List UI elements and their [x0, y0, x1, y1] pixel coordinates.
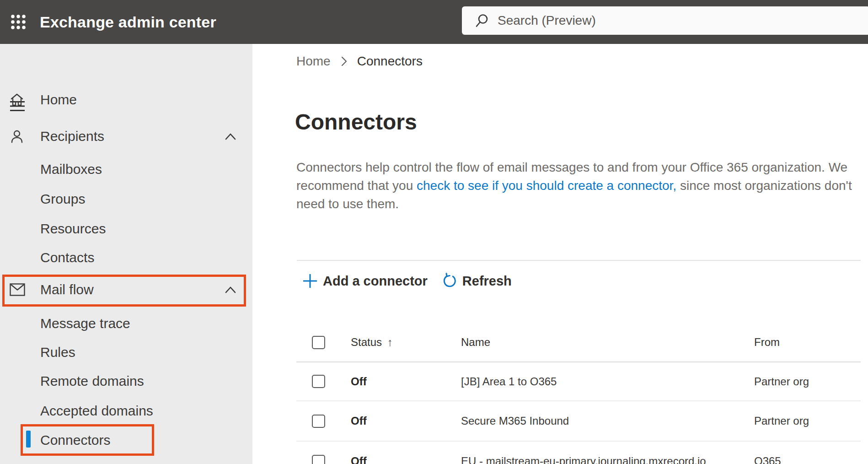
refresh-button[interactable]: Refresh — [441, 270, 512, 292]
row-checkbox-cell — [296, 415, 351, 428]
sidebar-item-label: Contacts — [40, 250, 94, 265]
create-connector-check-link[interactable]: check to see if you should create a conn… — [417, 178, 676, 193]
sidebar-item-mailboxes[interactable]: Mailboxes — [0, 155, 252, 184]
sidebar-item-home[interactable]: Home — [0, 85, 252, 114]
app-launcher-button[interactable] — [6, 10, 30, 34]
row-checkbox[interactable] — [312, 375, 325, 388]
chevron-up-icon[interactable] — [225, 286, 236, 293]
sidebar-item-label: Mailboxes — [40, 162, 102, 177]
sidebar-item-label: Groups — [40, 191, 85, 207]
name-cell[interactable]: EU - mailstream-eu-primary.journaling.mx… — [461, 455, 754, 464]
status-cell: Off — [351, 415, 461, 427]
breadcrumb-home-link[interactable]: Home — [296, 54, 331, 69]
connectors-table: Status ↑ Name From Off [JB] Area 1 to O3… — [296, 323, 861, 464]
sort-ascending-icon: ↑ — [387, 336, 393, 349]
add-connector-button[interactable]: Add a connector — [302, 270, 428, 292]
status-header-label: Status — [351, 336, 382, 349]
row-checkbox-cell — [296, 455, 351, 464]
chevron-up-icon[interactable] — [225, 133, 236, 140]
add-connector-label: Add a connector — [323, 274, 428, 289]
selected-item-indicator — [26, 431, 31, 448]
header-checkbox-cell — [296, 336, 351, 349]
sidebar-item-label: Rules — [40, 345, 75, 360]
refresh-label: Refresh — [462, 274, 512, 289]
column-header-from[interactable]: From — [754, 336, 861, 349]
sidebar-item-message-trace[interactable]: Message trace — [0, 309, 252, 338]
column-header-name[interactable]: Name — [461, 336, 754, 349]
search-icon — [475, 13, 489, 28]
search-box[interactable] — [462, 6, 868, 35]
from-cell: Partner org — [754, 375, 861, 388]
status-cell: Off — [351, 375, 461, 388]
sidebar-item-contacts[interactable]: Contacts — [0, 243, 252, 272]
sidebar-item-connectors[interactable]: Connectors — [0, 426, 252, 455]
breadcrumb-current: Connectors — [357, 54, 423, 69]
page-description: Connectors help control the flow of emai… — [296, 158, 868, 213]
sidebar-item-label: Mail flow — [40, 282, 94, 297]
sidebar: Home Recipients Mailboxes Groups Resourc… — [0, 44, 252, 464]
person-icon — [10, 129, 24, 144]
sidebar-item-label: Resources — [40, 221, 106, 237]
row-checkbox[interactable] — [312, 455, 325, 464]
topbar: Exchange admin center — [0, 0, 868, 44]
row-checkbox[interactable] — [312, 415, 325, 428]
from-cell: Partner org — [754, 415, 861, 427]
plus-icon — [302, 273, 318, 289]
sidebar-item-label: Message trace — [40, 316, 130, 331]
sidebar-item-label: Connectors — [40, 432, 110, 448]
column-header-status[interactable]: Status ↑ — [351, 336, 461, 349]
sidebar-item-label: Recipients — [40, 129, 104, 144]
name-cell[interactable]: Secure M365 Inbound — [461, 415, 754, 427]
sidebar-item-label: Remote domains — [40, 373, 144, 389]
page-title: Connectors — [295, 109, 417, 135]
toolbar-divider — [297, 260, 861, 261]
home-icon — [10, 92, 24, 107]
mail-icon — [10, 283, 25, 296]
sidebar-item-accepted-domains[interactable]: Accepted domains — [0, 396, 252, 426]
sidebar-item-mail-flow[interactable]: Mail flow — [0, 275, 252, 304]
sidebar-item-remote-domains[interactable]: Remote domains — [0, 367, 252, 396]
app-title: Exchange admin center — [40, 0, 216, 44]
sidebar-item-recipients[interactable]: Recipients — [0, 122, 252, 151]
table-row[interactable]: Off EU - mailstream-eu-primary.journalin… — [296, 442, 861, 464]
table-row[interactable]: Off [JB] Area 1 to O365 Partner org — [296, 362, 861, 401]
sidebar-item-label: Accepted domains — [40, 403, 153, 419]
table-header-row: Status ↑ Name From — [296, 323, 861, 362]
toolbar: Add a connector Refresh — [296, 270, 512, 292]
sidebar-item-groups[interactable]: Groups — [0, 184, 252, 214]
waffle-icon — [11, 14, 26, 30]
table-row[interactable]: Off Secure M365 Inbound Partner org — [296, 401, 861, 442]
sidebar-item-label: Home — [40, 92, 77, 108]
main-content: Home Connectors Connectors Connectors he… — [252, 44, 868, 464]
search-input[interactable] — [498, 13, 818, 28]
from-cell: O365 — [754, 455, 861, 464]
sidebar-item-resources[interactable]: Resources — [0, 214, 252, 243]
sidebar-item-rules[interactable]: Rules — [0, 338, 252, 367]
status-cell: Off — [351, 455, 461, 464]
select-all-checkbox[interactable] — [312, 336, 325, 349]
row-checkbox-cell — [296, 375, 351, 388]
chevron-right-icon — [341, 55, 348, 67]
breadcrumb: Home Connectors — [296, 53, 423, 70]
name-cell[interactable]: [JB] Area 1 to O365 — [461, 375, 754, 388]
refresh-icon — [441, 273, 458, 289]
